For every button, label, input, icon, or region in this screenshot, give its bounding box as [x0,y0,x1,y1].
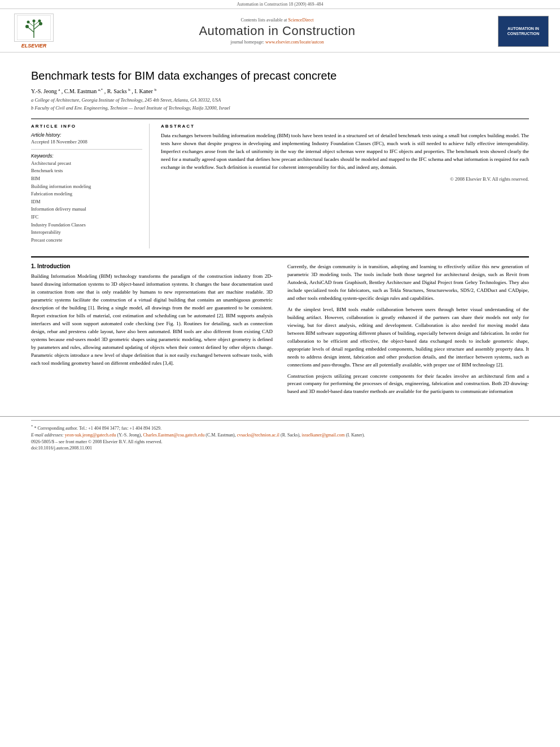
affiliations: a College of Architecture, Georgia Insti… [31,97,529,112]
journal-reference-bar: Automation in Construction 18 (2009) 469… [0,0,560,9]
keyword-item: Interoperability [31,229,142,237]
affiliation-a: a College of Architecture, Georgia Insti… [31,97,529,104]
body-section: 1. Introduction Building Information Mod… [31,256,529,399]
right-paragraphs: Currently, the design community is in tr… [287,263,529,396]
abstract-column: ABSTRACT Data exchanges between building… [161,124,529,249]
elsevier-logo: ELSEVIER [11,14,56,49]
article-info-column: ARTICLE INFO Article history: Accepted 1… [31,124,150,249]
abstract-label: ABSTRACT [161,124,529,129]
journal-homepage: journal homepage: www.elsevier.com/locat… [56,40,498,45]
article-footer: * * Corresponding author. Tel.: +1 404 8… [0,416,560,453]
page: Automation in Construction 18 (2009) 469… [0,0,560,747]
journal-logo-right: AUTOMATION IN CONSTRUCTION [498,16,549,47]
authors-line: Y.-S. Jeong a , C.M. Eastman a,* , R. Sa… [31,88,529,94]
abstract-text: Data exchanges between building informat… [161,132,529,172]
info-abstract-section: ARTICLE INFO Article history: Accepted 1… [31,119,529,249]
body-paragraph: Currently, the design community is in tr… [287,263,529,303]
keyword-item: Fabrication modeling [31,190,142,198]
body-paragraph: Building Information Modeling (BIM) tech… [31,273,273,367]
journal-title: Automation in Construction [56,24,498,38]
article-title: Benchmark tests for BIM data exchanges o… [31,68,529,83]
body-right-column: Currently, the design community is in tr… [285,263,529,399]
corresponding-author-note: * * Corresponding author. Tel.: +1 404 8… [31,423,529,432]
article-accepted-date: Accepted 18 November 2008 [31,139,142,145]
keyword-item: Precast concrete [31,237,142,244]
journal-header: ELSEVIER Contents lists available at Sci… [0,9,560,53]
abstract-copyright: © 2008 Elsevier B.V. All rights reserved… [161,176,529,182]
keyword-item: Architectural precast [31,160,142,168]
keyword-item: BIM [31,175,142,183]
affiliation-b: b Faculty of Civil and Env. Engineering,… [31,104,529,112]
journal-header-center: Contents lists available at ScienceDirec… [56,18,498,45]
section1-heading: 1. Introduction [31,263,273,269]
keyword-item: IFC [31,213,142,221]
article-content: Benchmark tests for BIM data exchanges o… [0,53,560,410]
svg-point-8 [27,21,30,24]
doi-line: doi:10.1016/j.autcon.2008.11.001 [31,445,529,451]
article-history-label: Article history: [31,132,142,138]
keyword-list: Architectural precastBenchmark testsBIMB… [31,160,142,244]
keyword-item: Industry Foundation Classes [31,221,142,229]
svg-point-9 [38,20,41,23]
elsevier-wordmark: ELSEVIER [21,43,47,49]
email-addresses: E-mail addresses: yeon-suk.jeong@gatech.… [31,432,529,439]
sciencedirect-link[interactable]: ScienceDirect [288,18,314,23]
keyword-item: Benchmark tests [31,167,142,175]
body-paragraph: At the simplest level, BIM tools enable … [287,306,529,369]
svg-point-10 [33,20,36,23]
svg-point-6 [25,25,29,28]
left-paragraphs: Building Information Modeling (BIM) tech… [31,273,273,367]
sciencedirect-line: Contents lists available at ScienceDirec… [56,18,498,23]
keyword-item: Building information modeling [31,183,142,191]
journal-reference: Automation in Construction 18 (2009) 469… [237,2,323,7]
body-left-column: 1. Introduction Building Information Mod… [31,263,275,399]
keywords-section: Keywords: Architectural precastBenchmark… [31,153,142,244]
svg-point-7 [39,22,42,25]
email-links: yeon-suk.jeong@gatech.edu (Y.-S. Jeong),… [65,433,365,438]
keywords-label: Keywords: [31,153,142,159]
article-info-label: ARTICLE INFO [31,124,142,129]
issn-line: 0926-5805/$ – see front matter © 2008 El… [31,439,529,445]
article-history-section: Article history: Accepted 18 November 20… [31,132,142,145]
elsevier-tree-logo [14,14,54,42]
keyword-item: Information delivery manual [31,206,142,213]
body-paragraph: Construction projects utilizing precast … [287,373,529,396]
journal-logo-text: AUTOMATION IN CONSTRUCTION [508,26,539,36]
keyword-item: IDM [31,198,142,206]
